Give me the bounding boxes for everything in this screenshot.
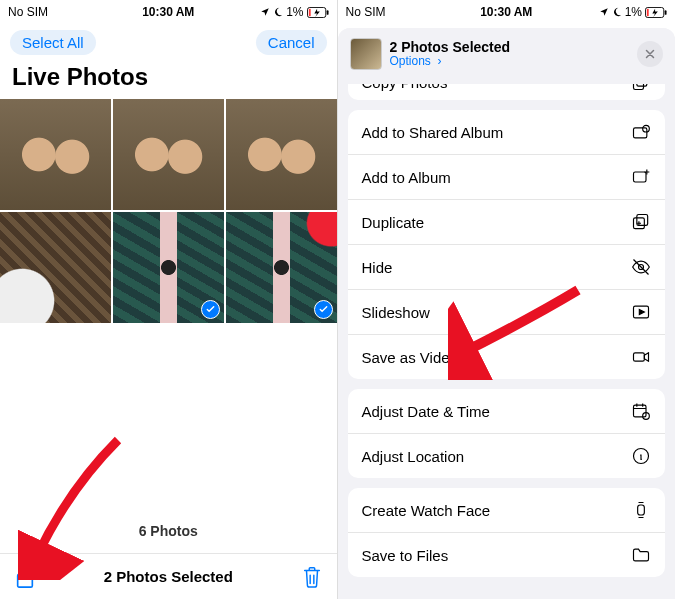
selected-count-label: 2 Photos Selected: [104, 568, 233, 585]
svg-rect-8: [634, 84, 644, 90]
action-save-to-files[interactable]: Save to Files: [348, 533, 666, 577]
folder-icon: [631, 545, 651, 565]
moon-icon: [612, 7, 622, 17]
status-bar: No SIM 10:30 AM 1%: [0, 0, 337, 24]
share-button[interactable]: [14, 564, 36, 590]
action-hide[interactable]: Hide: [348, 245, 666, 290]
battery-icon: [645, 7, 667, 18]
status-right: 1%: [599, 5, 667, 19]
eye-slash-icon: [631, 257, 651, 277]
battery-percent: 1%: [286, 5, 303, 19]
bottom-toolbar: 2 Photos Selected: [0, 553, 337, 599]
photo-count-label: 6 Photos: [0, 523, 337, 539]
status-right: 1%: [260, 5, 328, 19]
watch-icon: [631, 500, 651, 520]
svg-rect-1: [326, 10, 328, 15]
photo-thumbnail[interactable]: [0, 99, 111, 210]
phone-screen-photos: No SIM 10:30 AM 1% Select All Cancel Liv…: [0, 0, 338, 599]
svg-rect-9: [634, 128, 647, 138]
photo-thumbnail[interactable]: [0, 212, 111, 323]
share-thumbnail: [350, 38, 382, 70]
action-add-shared-album[interactable]: Add to Shared Album: [348, 110, 666, 155]
battery-percent: 1%: [625, 5, 642, 19]
play-rect-icon: [631, 302, 651, 322]
copy-icon: [631, 84, 651, 92]
share-options-button[interactable]: Options ›: [390, 55, 630, 68]
calendar-clock-icon: [631, 401, 651, 421]
svg-rect-17: [634, 405, 647, 417]
action-duplicate[interactable]: Duplicate: [348, 200, 666, 245]
chevron-right-icon: ›: [434, 54, 441, 68]
selection-check-icon: [201, 300, 220, 319]
clock-label: 10:30 AM: [142, 5, 194, 19]
svg-rect-7: [637, 84, 647, 86]
action-group: Adjust Date & Time Adjust Location: [348, 389, 666, 478]
select-all-button[interactable]: Select All: [10, 30, 96, 55]
selection-toolbar: Select All Cancel: [0, 24, 337, 59]
share-title: 2 Photos Selected: [390, 40, 630, 55]
duplicate-icon: [631, 212, 651, 232]
clock-label: 10:30 AM: [480, 5, 532, 19]
photo-thumbnail[interactable]: [113, 212, 224, 323]
cancel-button[interactable]: Cancel: [256, 30, 327, 55]
shared-album-icon: [631, 122, 651, 142]
share-actions-scroll[interactable]: Copy Photos Add to Shared Album Add to A…: [338, 84, 676, 599]
page-title: Live Photos: [0, 59, 337, 99]
share-sheet-header: 2 Photos Selected Options ›: [338, 28, 676, 78]
delete-button[interactable]: [301, 565, 323, 589]
phone-screen-sharesheet: No SIM 10:30 AM 1% 2 Photos Selected Opt…: [338, 0, 676, 599]
svg-rect-11: [634, 172, 647, 182]
selection-check-icon: [314, 300, 333, 319]
action-save-as-video[interactable]: Save as Video: [348, 335, 666, 379]
action-group: Copy Photos: [348, 84, 666, 100]
svg-rect-6: [647, 8, 649, 15]
location-icon: [599, 7, 609, 17]
carrier-label: No SIM: [8, 5, 48, 19]
status-bar: No SIM 10:30 AM 1%: [338, 0, 676, 24]
action-adjust-location[interactable]: Adjust Location: [348, 434, 666, 478]
svg-rect-20: [638, 505, 645, 515]
photo-thumbnail[interactable]: [226, 212, 337, 323]
action-create-watch-face[interactable]: Create Watch Face: [348, 488, 666, 533]
svg-rect-2: [308, 8, 310, 15]
carrier-label: No SIM: [346, 5, 386, 19]
location-icon: [260, 7, 270, 17]
close-button[interactable]: [637, 41, 663, 67]
svg-rect-5: [665, 10, 667, 15]
video-camera-icon: [631, 347, 651, 367]
moon-icon: [273, 7, 283, 17]
svg-rect-16: [634, 353, 645, 361]
photo-thumbnail[interactable]: [226, 99, 337, 210]
action-adjust-date-time[interactable]: Adjust Date & Time: [348, 389, 666, 434]
photo-thumbnail[interactable]: [113, 99, 224, 210]
action-add-album[interactable]: Add to Album: [348, 155, 666, 200]
action-group: Add to Shared Album Add to Album Duplica…: [348, 110, 666, 379]
share-sheet: 2 Photos Selected Options › Copy Photos: [338, 28, 676, 599]
photo-grid: [0, 99, 337, 323]
battery-icon: [307, 7, 329, 18]
action-slideshow[interactable]: Slideshow: [348, 290, 666, 335]
album-plus-icon: [631, 167, 651, 187]
action-copy-photos[interactable]: Copy Photos: [348, 84, 666, 100]
share-header-text: 2 Photos Selected Options ›: [390, 40, 630, 69]
info-circle-icon: [631, 446, 651, 466]
action-group: Create Watch Face Save to Files: [348, 488, 666, 577]
